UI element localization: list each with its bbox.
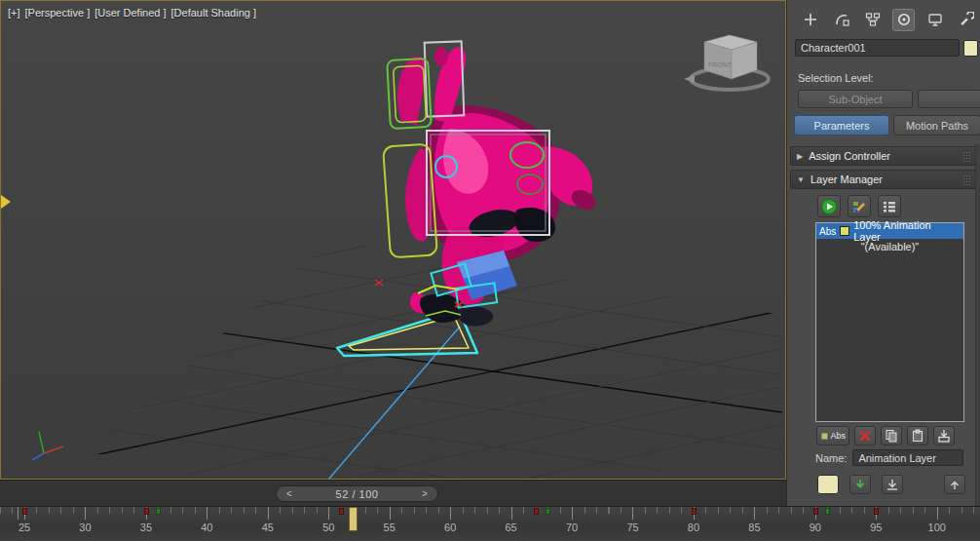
time-slider-bar[interactable]: < 52 / 100 > xyxy=(0,480,786,506)
time-slider-handle[interactable] xyxy=(349,507,358,531)
rollout-grip-icon xyxy=(962,174,971,185)
prev-frame-button[interactable]: < xyxy=(277,488,302,499)
collapse-layer-icon[interactable] xyxy=(933,426,955,445)
sub-object-button[interactable]: Sub-Object xyxy=(798,90,913,108)
viewport-label: [+] [Perspective ] [User Defined ] [Defa… xyxy=(8,7,256,19)
display-icon[interactable] xyxy=(923,9,946,31)
ruler-frame-label: 25 xyxy=(13,522,36,533)
rollout-grip-icon xyxy=(962,151,971,162)
ruler-frame-label: 50 xyxy=(317,522,340,533)
abs-toggle-icon[interactable]: Abs xyxy=(816,426,849,445)
panel-scrollbar[interactable] xyxy=(975,144,980,506)
keyframe-marker[interactable] xyxy=(144,508,149,515)
keyframe-marker[interactable] xyxy=(22,508,27,515)
keyframe-marker[interactable] xyxy=(813,508,818,515)
object-name-field[interactable] xyxy=(795,39,960,57)
layer-list[interactable]: Abs 100% Animation Layer "(Available)" xyxy=(815,222,964,422)
motion-paths-button[interactable]: Motion Paths xyxy=(893,115,980,135)
ruler-frame-label: 55 xyxy=(378,522,401,533)
viewport[interactable]: FRONT [+] [Perspective ] [User Defined ]… xyxy=(0,0,786,480)
chevron-right-icon: ▶ xyxy=(797,152,803,161)
motion-icon[interactable] xyxy=(892,9,915,31)
viewport-menu-view[interactable]: [User Defined ] xyxy=(94,7,166,19)
available-label: "(Available)" xyxy=(861,241,920,252)
frame-indicator: < 52 / 100 > xyxy=(276,485,438,502)
delete-layer-icon[interactable] xyxy=(854,426,876,445)
chevron-down-icon: ▼ xyxy=(797,175,805,184)
object-name-row xyxy=(795,39,978,57)
application-window: FRONT [+] [Perspective ] [User Defined ]… xyxy=(0,0,980,541)
name-label: Name: xyxy=(815,452,847,464)
ruler-frame-label: 75 xyxy=(622,522,645,533)
ruler-frame-label: 80 xyxy=(682,522,705,533)
layer-color-swatch-button[interactable] xyxy=(817,475,839,494)
left-edge-arrow-icon xyxy=(1,195,11,209)
ruler-frame-label: 40 xyxy=(195,522,218,533)
keyframe-marker[interactable] xyxy=(156,508,161,515)
keyframe-marker[interactable] xyxy=(825,508,830,515)
modify-icon[interactable] xyxy=(830,9,852,31)
object-color-swatch[interactable] xyxy=(963,40,978,57)
ruler-frame-label: 45 xyxy=(256,522,280,533)
track-bar[interactable]: 253035404550556065707580859095100 xyxy=(0,506,980,541)
abs-toggle-label: Abs xyxy=(830,431,846,441)
ruler-frame-label: 90 xyxy=(804,522,827,533)
layer-manager-toolbar xyxy=(817,195,901,217)
copy-layer-icon[interactable] xyxy=(881,426,902,445)
layer-bottom-tools xyxy=(817,475,965,494)
layer-list-selected-row[interactable]: Abs 100% Animation Layer xyxy=(816,223,963,239)
layer-name-row: Name: xyxy=(815,449,963,466)
up-arrow-icon[interactable] xyxy=(944,475,965,494)
ruler-frame-label: 100 xyxy=(925,522,949,533)
next-frame-button[interactable]: > xyxy=(412,488,437,499)
selection-level-stub-button[interactable] xyxy=(918,90,980,108)
viewport-menu-pov[interactable]: [Perspective ] xyxy=(25,7,91,19)
viewport-menu-shading[interactable]: [Default Shading ] xyxy=(171,7,256,19)
layer-list-icon[interactable] xyxy=(878,195,901,217)
ruler-frame-label: 70 xyxy=(560,522,584,533)
layer-name-field[interactable] xyxy=(852,449,963,466)
ruler-frame-label: 85 xyxy=(742,522,766,533)
rollout-layer-manager[interactable]: ▼ Layer Manager xyxy=(790,170,978,189)
add-layer-icon[interactable] xyxy=(848,195,871,217)
rollout-assign-controller[interactable]: ▶ Assign Controller xyxy=(790,146,978,166)
world-axis-tripod-icon xyxy=(32,432,63,460)
enable-anim-layers-icon[interactable] xyxy=(817,195,841,217)
layer-row-label: 100% Animation Layer xyxy=(853,219,961,243)
command-panel: Selection Level: Sub-Object Parameters M… xyxy=(786,0,980,506)
viewport-scene: FRONT xyxy=(1,1,786,480)
ruler-frame-label: 95 xyxy=(864,522,887,533)
layer-abs-prefix: Abs xyxy=(819,226,836,237)
hierarchy-icon[interactable] xyxy=(861,9,884,31)
load-down-icon[interactable] xyxy=(882,475,903,494)
selection-level-label: Selection Level: xyxy=(798,72,874,84)
command-panel-tabs xyxy=(799,8,977,31)
layer-color-swatch[interactable] xyxy=(840,226,849,236)
paste-layer-icon[interactable] xyxy=(907,426,928,445)
keyframe-marker[interactable] xyxy=(692,508,697,515)
ruler-frame-label: 30 xyxy=(73,522,96,533)
layer-list-tools: Abs xyxy=(816,426,955,445)
keyframe-marker[interactable] xyxy=(874,508,879,515)
keyframe-marker[interactable] xyxy=(339,508,344,515)
viewport-grid xyxy=(1,174,786,480)
parameters-button[interactable]: Parameters xyxy=(794,115,889,135)
utilities-icon[interactable] xyxy=(955,9,977,31)
viewport-menu-general[interactable]: [+] xyxy=(8,7,20,19)
green-arrow-icon[interactable] xyxy=(849,475,871,494)
view-cube-icon[interactable]: FRONT xyxy=(684,35,769,90)
viewcube-front-label: FRONT xyxy=(708,61,733,68)
create-icon[interactable] xyxy=(799,9,821,31)
frame-display[interactable]: 52 / 100 xyxy=(302,488,412,500)
rollout-layer-manager-label: Layer Manager xyxy=(810,174,883,185)
keyframe-marker[interactable] xyxy=(546,508,550,515)
keyframe-marker[interactable] xyxy=(534,508,539,515)
rollout-assign-controller-label: Assign Controller xyxy=(809,150,890,162)
ruler-frame-label: 35 xyxy=(134,522,158,533)
character-mesh[interactable] xyxy=(397,47,599,326)
ruler-frame-label: 60 xyxy=(438,522,462,533)
ruler-frame-label: 65 xyxy=(500,522,523,533)
